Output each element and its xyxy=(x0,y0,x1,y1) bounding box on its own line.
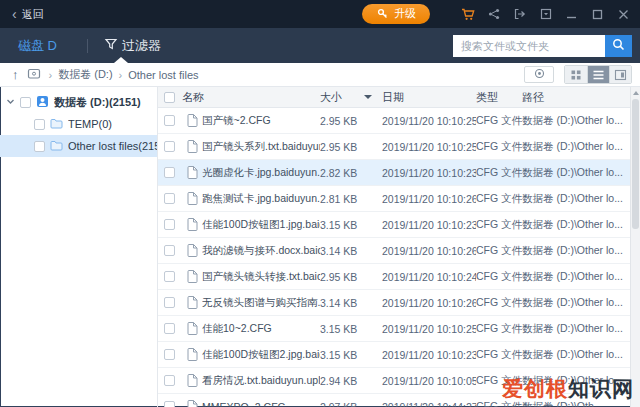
chevron-down-icon[interactable] xyxy=(6,96,15,108)
table-row[interactable]: 佳能100D按钮图2.jpg.baiduyun.... 3.15 KB 2019… xyxy=(158,342,630,368)
breadcrumb-bar: ↑ › 数据卷 (D:) › Other lost files xyxy=(0,63,640,87)
view-grid-button[interactable] xyxy=(565,66,587,83)
file-type: CFG 文件 xyxy=(476,244,522,258)
file-date: 2019/11/20 10:10:26 xyxy=(382,245,476,257)
breadcrumb-folder[interactable]: Other lost files xyxy=(128,69,198,81)
maximize-button[interactable] xyxy=(591,8,604,21)
row-checkbox[interactable] xyxy=(164,245,175,256)
close-button[interactable] xyxy=(617,8,630,21)
view-list-button[interactable] xyxy=(587,66,609,83)
column-header-size[interactable]: 大小 xyxy=(320,90,382,105)
file-date: 2019/11/20 10:10:25 xyxy=(382,323,476,335)
file-size: 2.97 KB xyxy=(320,401,382,407)
file-date: 2019/11/20 10:10:26 xyxy=(382,297,476,309)
back-button[interactable]: ‹ 返回 xyxy=(12,7,44,22)
share-icon[interactable] xyxy=(487,8,500,21)
search-box xyxy=(453,35,632,57)
table-row[interactable]: 我的滤镜与接环.docx.baiduyun.u... 3.14 KB 2019/… xyxy=(158,238,630,264)
cart-icon[interactable] xyxy=(461,8,474,21)
file-path: 数据卷 (D:)\Other lo... xyxy=(522,218,628,232)
title-bar: ‹ 返回 升级 xyxy=(0,0,640,28)
file-name: 国产镜头镜头转接.txt.baiduyun.u... xyxy=(202,270,320,284)
tree-checkbox[interactable] xyxy=(34,141,45,152)
table-row[interactable]: 佳能10~2.CFG 3.15 KB 2019/11/20 10:10:25 C… xyxy=(158,316,630,342)
tree-item-volume[interactable]: 数据卷 (D:)(2151) xyxy=(0,91,157,113)
tree-item-label: Other lost files(2151) xyxy=(68,140,157,152)
tree-item-other-lost-files[interactable]: Other lost files(2151) xyxy=(0,135,157,157)
scrollbar-thumb[interactable] xyxy=(632,99,639,229)
file-path: 数据卷 (D:)\Oth... xyxy=(522,400,628,407)
column-header-name[interactable]: 名称 xyxy=(182,90,320,105)
file-name: 国产镜头系列.txt.baiduyun.uploa... xyxy=(202,140,320,154)
row-checkbox[interactable] xyxy=(164,115,175,126)
file-type: CFG 文件 xyxy=(476,166,522,180)
filter-button[interactable]: 过滤器 xyxy=(105,37,161,55)
row-checkbox[interactable] xyxy=(164,323,175,334)
breadcrumb-volume[interactable]: 数据卷 (D:) xyxy=(58,67,112,82)
file-path: 数据卷 (D:)\Other lo... xyxy=(522,296,628,310)
row-checkbox[interactable] xyxy=(164,141,175,152)
upgrade-button[interactable]: 升级 xyxy=(362,4,430,24)
minimize-button[interactable] xyxy=(565,8,578,21)
table-header: 名称 大小 日期 类型 路径 xyxy=(158,87,640,108)
file-size: 2.94 KB xyxy=(320,375,382,387)
file-size: 3.14 KB xyxy=(320,245,382,257)
row-checkbox[interactable] xyxy=(164,401,175,407)
table-row[interactable]: 无反镜头图谱与购买指南.jpeg.bai... 3.14 KB 2019/11/… xyxy=(158,290,630,316)
table-row[interactable]: 跑焦测试卡.jpg.baiduyun.upload... 2.81 KB 201… xyxy=(158,186,630,212)
table-row[interactable]: 国产镜头镜头转接.txt.baiduyun.u... 2.95 KB 2019/… xyxy=(158,264,630,290)
table-row[interactable]: 看房情况.txt.baiduyun.uploadin... 2.94 KB 20… xyxy=(158,368,630,394)
row-checkbox[interactable] xyxy=(164,375,175,386)
file-table: 名称 大小 日期 类型 路径 国产镜~2.CFG 2.95 KB 2019/11… xyxy=(158,87,640,407)
tree-item-temp[interactable]: TEMP(0) xyxy=(0,113,157,135)
file-type: CFG 文件 xyxy=(476,322,522,336)
row-checkbox[interactable] xyxy=(164,271,175,282)
volume-icon xyxy=(36,95,49,110)
search-input[interactable] xyxy=(453,35,605,57)
preview-toggle-button[interactable] xyxy=(524,66,554,83)
scroll-up-icon[interactable] xyxy=(633,91,639,95)
file-size: 3.14 KB xyxy=(320,297,382,309)
column-header-type[interactable]: 类型 xyxy=(476,90,522,105)
file-name: 我的滤镜与接环.docx.baiduyun.u... xyxy=(202,244,320,258)
table-row[interactable]: 国产镜头系列.txt.baiduyun.uploa... 2.95 KB 201… xyxy=(158,134,630,160)
select-all-checkbox[interactable] xyxy=(164,92,175,103)
table-row[interactable]: MMEXPO~2.CFG 2.97 KB 2019/11/20 10:44:27… xyxy=(158,394,630,407)
file-path: 数据卷 (D:)\Other lo... xyxy=(522,192,628,206)
file-icon xyxy=(182,140,202,153)
tree-checkbox[interactable] xyxy=(20,97,31,108)
nav-up-button[interactable]: ↑ xyxy=(12,67,19,82)
tree-checkbox[interactable] xyxy=(34,119,45,130)
table-row[interactable]: 佳能100D按钮图1.jpg.baiduyun.... 3.15 KB 2019… xyxy=(158,212,630,238)
table-scrollbar[interactable] xyxy=(630,87,640,407)
search-icon xyxy=(612,38,625,54)
tab-disk-d[interactable]: 磁盘 D xyxy=(18,37,57,55)
toolbar: 磁盘 D 过滤器 xyxy=(0,28,640,63)
table-body: 国产镜~2.CFG 2.95 KB 2019/11/20 10:10:25 CF… xyxy=(158,108,630,407)
breadcrumb-separator: › xyxy=(49,69,53,81)
file-icon xyxy=(182,114,202,127)
view-detail-button[interactable] xyxy=(609,66,631,83)
computer-icon[interactable] xyxy=(27,68,41,82)
export-icon[interactable] xyxy=(513,8,526,21)
search-button[interactable] xyxy=(605,35,632,57)
file-icon xyxy=(182,166,202,179)
table-row[interactable]: 国产镜~2.CFG 2.95 KB 2019/11/20 10:10:25 CF… xyxy=(158,108,630,134)
tray-window-icon[interactable] xyxy=(539,8,552,21)
column-header-path[interactable]: 路径 xyxy=(522,90,630,105)
row-checkbox[interactable] xyxy=(164,219,175,230)
toolbar-divider xyxy=(87,39,88,53)
file-size: 2.81 KB xyxy=(320,193,382,205)
row-checkbox[interactable] xyxy=(164,297,175,308)
column-header-date[interactable]: 日期 xyxy=(382,90,476,105)
row-checkbox[interactable] xyxy=(164,193,175,204)
file-date: 2019/11/20 10:10:23 xyxy=(382,167,476,179)
filter-label: 过滤器 xyxy=(122,37,161,55)
file-icon xyxy=(182,192,202,205)
row-checkbox[interactable] xyxy=(164,167,175,178)
file-size: 2.82 KB xyxy=(320,167,382,179)
row-checkbox[interactable] xyxy=(164,349,175,360)
file-path: 数据卷 (D:)\Other lo... xyxy=(522,244,628,258)
file-date: 2019/11/20 10:10:23 xyxy=(382,219,476,231)
table-row[interactable]: 光圈虚化卡.jpg.baiduyun.upload... 2.82 KB 201… xyxy=(158,160,630,186)
